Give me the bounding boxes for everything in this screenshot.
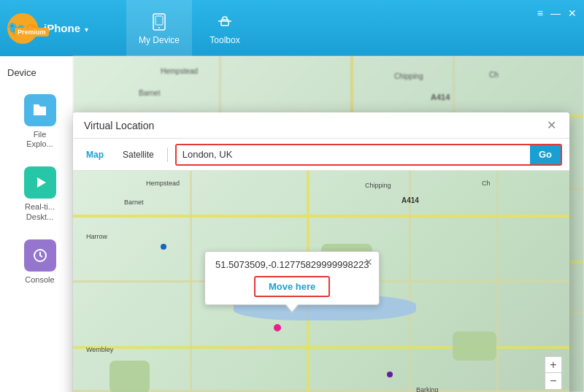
sidebar-item-file-explorer[interactable]: FileExplo... xyxy=(0,85,80,158)
svg-point-5 xyxy=(158,27,160,28)
dialog-title: Virtual Location xyxy=(84,120,154,131)
file-explorer-icon xyxy=(24,94,56,126)
sidebar-item-realtime-desktop-label: Real-ti...Deskt... xyxy=(25,202,55,221)
main-content: Device FileExplo... Real-ti...Deskt... xyxy=(0,56,584,392)
sidebar-item-console-label: Console xyxy=(25,275,54,285)
dialog-toolbar: Map Satellite Go xyxy=(73,139,569,171)
zoom-out-button[interactable]: − xyxy=(545,373,561,389)
tab-my-device-label: My Device xyxy=(139,35,180,45)
tab-my-device[interactable]: My Device xyxy=(126,0,192,56)
device-name-label: iPhone xyxy=(44,22,80,34)
my-device-icon xyxy=(149,12,169,32)
map-tab-button[interactable]: Map xyxy=(80,147,110,162)
location-search-wrap: Go xyxy=(175,144,562,166)
zoom-in-button[interactable]: + xyxy=(545,357,561,373)
zoom-controls: + − xyxy=(545,356,562,390)
device-dropdown-arrow[interactable]: ▾ xyxy=(85,26,88,34)
popup-close-button[interactable]: ✕ xyxy=(364,256,373,268)
location-search-input[interactable] xyxy=(177,145,530,164)
sidebar-item-console[interactable]: Console xyxy=(0,231,80,293)
close-icon[interactable]: ✕ xyxy=(568,7,577,19)
sidebar-item-file-explorer-label: FileExplo... xyxy=(26,130,53,149)
app-header: Premium iPhone ▾ My Device xyxy=(0,0,584,56)
virtual-location-dialog: Virtual Location ✕ Map Satellite Go xyxy=(73,112,569,392)
map-area[interactable]: Hempstead Barnet Chipping A414 Ch Harrow… xyxy=(73,171,569,392)
location-popup: ✕ 51.5073509,-0.12775829999998223 Move h… xyxy=(204,251,380,305)
sidebar-item-realtime-desktop[interactable]: Real-ti...Deskt... xyxy=(0,158,80,230)
popup-coordinates: 51.5073509,-0.12775829999998223 xyxy=(215,259,369,270)
dialog-titlebar: Virtual Location ✕ xyxy=(73,112,569,139)
svg-marker-7 xyxy=(37,177,46,188)
go-button[interactable]: Go xyxy=(530,145,561,164)
satellite-tab-button[interactable]: Satellite xyxy=(117,147,160,162)
minimize-icon[interactable]: — xyxy=(550,7,561,19)
sidebar-header: Device xyxy=(0,64,80,85)
nav-tabs: My Device Toolbox xyxy=(126,0,258,56)
dialog-close-button[interactable]: ✕ xyxy=(544,118,558,133)
console-icon xyxy=(24,239,56,272)
premium-badge: Premium xyxy=(15,28,49,36)
realtime-desktop-icon xyxy=(24,166,56,199)
svg-rect-4 xyxy=(155,16,163,25)
tab-toolbox-label: Toolbox xyxy=(210,35,239,45)
svg-rect-6 xyxy=(221,20,228,26)
toolbox-icon xyxy=(215,12,235,32)
menu-icon[interactable]: ≡ xyxy=(537,7,543,19)
move-here-button[interactable]: Move here xyxy=(254,276,330,297)
window-controls: ≡ — ✕ xyxy=(537,7,577,19)
sidebar: Device FileExplo... Real-ti...Deskt... xyxy=(0,56,80,392)
app-branding: Premium iPhone ▾ xyxy=(0,0,126,56)
tab-toolbox[interactable]: Toolbox xyxy=(192,0,258,56)
